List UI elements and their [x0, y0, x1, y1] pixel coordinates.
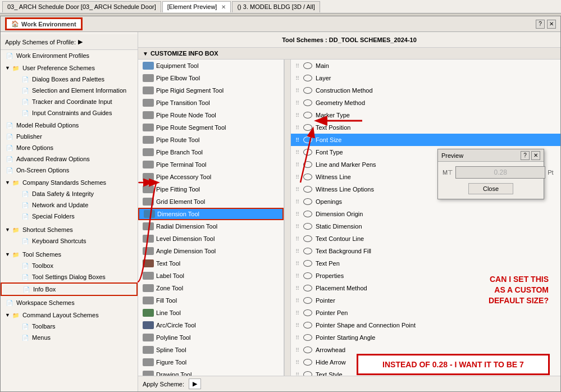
sidebar-item-cmd-layout[interactable]: ▼ 📁 Command Layout Schemes	[1, 309, 138, 321]
visibility-eye-icon[interactable]	[303, 112, 312, 118]
prop-item-dimension-origin[interactable]: ⠿Dimension Origin	[291, 208, 560, 220]
tab-element-preview[interactable]: [Element Preview] ✕	[162, 1, 231, 12]
sidebar-item-info-box[interactable]: 📄 Info Box	[1, 282, 138, 296]
tool-item-radial-dimension-tool[interactable]: Radial Dimension Tool	[138, 220, 284, 233]
tab-arch-schedule[interactable]: 03_ ARCH Schedule Door [03_ ARCH Schedul…	[2, 1, 161, 12]
visibility-eye-icon[interactable]	[303, 62, 312, 69]
sidebar-item-tracker[interactable]: 📄 Tracker and Coordinate Input	[1, 96, 138, 107]
preview-help-button[interactable]: ?	[521, 151, 530, 160]
sidebar-item-toolbars[interactable]: 📄 Toolbars	[1, 321, 138, 332]
tool-item-label-tool[interactable]: Label Tool	[138, 270, 284, 282]
visibility-eye-icon[interactable]	[303, 347, 312, 353]
visibility-eye-icon[interactable]	[303, 99, 312, 106]
sidebar-item-network[interactable]: 📄 Network and Update	[1, 199, 138, 211]
tool-item-pipe-fitting-tool[interactable]: Pipe Fitting Tool	[138, 183, 284, 195]
prop-item-text-background-fill[interactable]: ⠿Text Background Fill	[291, 245, 560, 257]
tool-item-pipe-route-node-tool[interactable]: Pipe Route Node Tool	[138, 109, 284, 121]
sidebar-item-special-folders[interactable]: 📄 Special Folders	[1, 211, 138, 222]
preview-close-button[interactable]: Close	[468, 183, 513, 194]
sidebar-item-publisher[interactable]: 📄 Publisher	[1, 131, 138, 142]
collapse-arrow[interactable]: ▼	[143, 51, 148, 57]
sidebar-item-selection-elem[interactable]: 📄 Selection and Element Information	[1, 85, 138, 96]
sidebar-item-menus[interactable]: 📄 Menus	[1, 332, 138, 343]
tool-item-figure-tool[interactable]: Figure Tool	[138, 356, 284, 368]
visibility-eye-icon[interactable]	[303, 136, 312, 143]
prop-item-pointer-starting-angle[interactable]: ⠿Pointer Starting Angle	[291, 331, 560, 344]
visibility-eye-icon[interactable]	[303, 322, 312, 329]
tool-item-grid-element-tool[interactable]: Grid Element Tool	[138, 195, 284, 208]
sidebar-item-workspace[interactable]: 📄 Workspace Schemes	[1, 297, 138, 308]
sidebar-item-toolbox[interactable]: 📄 Toolbox	[1, 260, 138, 271]
prop-item-construction-method[interactable]: ⠿Construction Method	[291, 84, 560, 97]
tool-item-pipe-elbow-tool[interactable]: Pipe Elbow Tool	[138, 72, 284, 84]
sidebar-item-shortcut[interactable]: ▼ 📁 Shortcut Schemes	[1, 224, 138, 235]
visibility-eye-icon[interactable]	[303, 174, 312, 180]
tab-model-bldg[interactable]: () 3. MODEL BLDG [3D / All]	[232, 1, 320, 12]
preview-close-x-button[interactable]: ✕	[531, 151, 540, 160]
tool-item-angle-dimension-tool[interactable]: Angle Dimension Tool	[138, 245, 284, 257]
sidebar-item-model-rebuild[interactable]: 📄 Model Rebuild Options	[1, 120, 138, 131]
visibility-eye-icon[interactable]	[303, 149, 312, 156]
prop-item-marker-type[interactable]: ⠿Marker Type	[291, 109, 560, 121]
prop-item-layer[interactable]: ⠿Layer	[291, 72, 560, 84]
tool-item-arc/circle-tool[interactable]: Arc/Circle Tool	[138, 319, 284, 331]
visibility-eye-icon[interactable]	[303, 297, 312, 304]
sidebar-item-more-options[interactable]: 📄 More Options	[1, 142, 138, 153]
visibility-eye-icon[interactable]	[303, 198, 312, 205]
sidebar-item-input-constraints[interactable]: 📄 Input Constraints and Guides	[1, 107, 138, 118]
sidebar-item-tool-schemes[interactable]: ▼ 📁 Tool Schemes	[1, 249, 138, 260]
tool-item-line-tool[interactable]: Line Tool	[138, 307, 284, 319]
visibility-eye-icon[interactable]	[303, 235, 312, 242]
tool-item-level-dimension-tool[interactable]: Level Dimension Tool	[138, 233, 284, 245]
visibility-eye-icon[interactable]	[303, 87, 312, 94]
visibility-eye-icon[interactable]	[303, 248, 312, 254]
prop-item-pointer-shape-and-connection-point[interactable]: ⠿Pointer Shape and Connection Point	[291, 319, 560, 331]
help-button[interactable]: ?	[536, 20, 545, 29]
tool-item-pipe-terminal-tool[interactable]: Pipe Terminal Tool	[138, 158, 284, 171]
visibility-eye-icon[interactable]	[303, 161, 312, 168]
prop-item-static-dimension[interactable]: ⠿Static Dimension	[291, 220, 560, 233]
preview-value-input[interactable]	[455, 166, 545, 179]
visibility-eye-icon[interactable]	[303, 124, 312, 131]
tool-item-pipe-route-tool[interactable]: Pipe Route Tool	[138, 134, 284, 146]
visibility-eye-icon[interactable]	[303, 75, 312, 81]
tool-item-pipe-branch-tool[interactable]: Pipe Branch Tool	[138, 146, 284, 158]
tool-item-pipe-accessory-tool[interactable]: Pipe Accessory Tool	[138, 171, 284, 183]
sidebar-item-work-env-profiles[interactable]: 📄 Work Environment Profiles	[1, 50, 138, 61]
sidebar-item-on-screen[interactable]: 📄 On-Screen Options	[1, 165, 138, 176]
prop-item-text-position[interactable]: ⠿Text Position	[291, 121, 560, 134]
tool-item-fill-tool[interactable]: Fill Tool	[138, 294, 284, 307]
sidebar-item-data-safety[interactable]: 📄 Data Safety & Integrity	[1, 188, 138, 199]
prop-item-main[interactable]: ⠿Main	[291, 60, 560, 72]
visibility-eye-icon[interactable]	[303, 359, 312, 366]
visibility-eye-icon[interactable]	[303, 272, 312, 279]
tool-item-pipe-route-segment-tool[interactable]: Pipe Route Segment Tool	[138, 121, 284, 134]
sidebar-item-user-pref[interactable]: ▼ 📁 User Preference Schemes	[1, 62, 138, 74]
prop-item-text-pen[interactable]: ⠿Text Pen	[291, 257, 560, 270]
close-icon[interactable]: ✕	[221, 4, 226, 10]
work-environment-button[interactable]: 🏠 Work Environment	[5, 17, 83, 30]
visibility-eye-icon[interactable]	[303, 186, 312, 193]
apply-scheme-dropdown[interactable]: ▶	[189, 379, 201, 389]
prop-item-geometry-method[interactable]: ⠿Geometry Method	[291, 97, 560, 109]
visibility-eye-icon[interactable]	[303, 285, 312, 291]
visibility-eye-icon[interactable]	[303, 223, 312, 230]
tool-item-dimension-tool[interactable]: Dimension Tool	[138, 208, 284, 220]
visibility-eye-icon[interactable]	[303, 371, 312, 376]
prop-item-pointer-pen[interactable]: ⠿Pointer Pen	[291, 307, 560, 319]
tool-item-spline-tool[interactable]: Spline Tool	[138, 344, 284, 356]
sidebar-item-tool-settings[interactable]: 📄 Tool Settings Dialog Boxes	[1, 271, 138, 282]
visibility-eye-icon[interactable]	[303, 211, 312, 217]
sidebar-item-adv-redraw[interactable]: 📄 Advanced Redraw Options	[1, 153, 138, 165]
tool-item-pipe-transition-tool[interactable]: Pipe Transition Tool	[138, 97, 284, 109]
visibility-eye-icon[interactable]	[303, 309, 312, 316]
tool-item-drawing-tool[interactable]: Drawing Tool	[138, 368, 284, 376]
sidebar-item-company-std[interactable]: ▼ 📁 Company Standards Schemes	[1, 177, 138, 188]
tool-item-zone-tool[interactable]: Zone Tool	[138, 282, 284, 294]
prop-item-font-size[interactable]: ⠿Font Size	[291, 134, 560, 146]
tool-item-polyline-tool[interactable]: Polyline Tool	[138, 331, 284, 344]
sidebar-item-dialog-boxes[interactable]: 📄 Dialog Boxes and Palettes	[1, 74, 138, 85]
prop-item-text-contour-line[interactable]: ⠿Text Contour Line	[291, 233, 560, 245]
tool-item-pipe-rigid-segment-tool[interactable]: Pipe Rigid Segment Tool	[138, 84, 284, 97]
tool-item-equipment-tool[interactable]: Equipment Tool	[138, 60, 284, 72]
